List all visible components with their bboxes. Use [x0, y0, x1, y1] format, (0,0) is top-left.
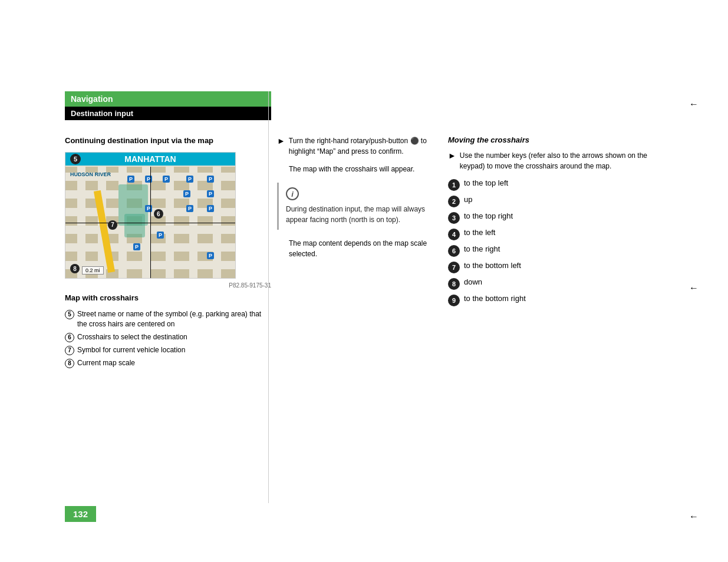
moving-bullet-arrow: ►	[448, 151, 456, 160]
right-column: Moving the crosshairs ► Use the number k…	[448, 135, 648, 310]
info-icon: i	[286, 187, 299, 200]
dir-item-7: 7 to the bottom left	[448, 261, 648, 273]
p-marker9: P	[186, 205, 193, 212]
street-grid: P P P P P P P P P P P P P	[65, 167, 235, 278]
map-ref: P82.85-9175-31	[65, 282, 271, 289]
info-box: i During destination input, the map will…	[277, 183, 442, 230]
list-num-8: 8	[65, 359, 74, 368]
p-marker12: P	[133, 243, 140, 250]
map-hudson: HUDSON RIVER	[70, 171, 111, 177]
dir-item-8: 8 down	[448, 277, 648, 290]
map-title-text: MANHATTAN	[124, 154, 176, 164]
list-item-7: 7 Symbol for current vehicle location	[65, 345, 271, 355]
dir-text-4: to the left	[464, 228, 495, 237]
list-text-8: Current map scale	[77, 358, 135, 368]
list-num-5: 5	[65, 310, 74, 319]
dir-item-3: 3 to the top right	[448, 211, 648, 224]
dir-num-2: 2	[448, 196, 460, 207]
p-marker5: P	[207, 176, 214, 183]
dest-title: Destination input	[71, 109, 133, 118]
p-marker13: P	[207, 252, 214, 259]
dir-num-4: 4	[448, 229, 460, 240]
dir-text-3: to the top right	[464, 211, 513, 220]
bullet-text-1: Turn the right-hand rotary/push-button ⚫…	[289, 135, 442, 157]
p-marker8: P	[145, 205, 152, 212]
arrow-mark-1: ←	[689, 99, 699, 110]
map-label-5: 5	[70, 154, 81, 164]
dir-num-1: 1	[448, 179, 460, 191]
p-marker1: P	[127, 176, 134, 183]
p-marker3: P	[163, 176, 170, 183]
dir-item-1: 1 to the top left	[448, 178, 648, 191]
p-marker11: P	[157, 232, 164, 239]
label-6: 6	[154, 209, 163, 219]
p-marker7: P	[207, 190, 214, 197]
bullet-arrow-1: ►	[277, 136, 285, 146]
dir-item-9: 9 to the bottom right	[448, 294, 648, 306]
arrow-mark-3: ←	[689, 511, 699, 522]
dir-num-7: 7	[448, 262, 460, 273]
dir-num-8: 8	[448, 278, 460, 290]
map-title-bar: 5 MANHATTAN	[65, 153, 235, 166]
page-container: Navigation Destination input Continuing …	[0, 0, 728, 562]
p-marker2: P	[145, 176, 152, 183]
list-item-5: 5 Street name or name of the symbol (e.g…	[65, 309, 271, 329]
list-num-6: 6	[65, 333, 74, 342]
bullet-item-1: ► Turn the right-hand rotary/push-button…	[277, 135, 442, 157]
nav-bar: Navigation	[65, 91, 271, 107]
list-text-5: Street name or name of the symbol (e.g. …	[77, 309, 271, 329]
moving-title: Moving the crosshairs	[448, 135, 648, 144]
dir-item-6: 6 to the right	[448, 244, 648, 257]
dir-text-6: to the right	[464, 244, 500, 253]
dir-num-3: 3	[448, 212, 460, 224]
p-marker4: P	[186, 176, 193, 183]
crosshair-v	[150, 167, 151, 278]
page-number: 132	[73, 509, 88, 519]
para-2: The map content depends on the map scale…	[289, 238, 442, 259]
moving-intro-text: Use the number keys (refer also to the a…	[460, 150, 648, 171]
direction-list: 1 to the top left 2 up 3 to the top righ…	[448, 178, 648, 306]
dir-text-8: down	[464, 277, 482, 286]
page-number-box: 132	[65, 506, 96, 522]
p-marker6: P	[183, 190, 190, 197]
map-caption: Map with crosshairs	[65, 293, 271, 302]
list-text-7: Symbol for current vehicle location	[77, 345, 185, 355]
dir-item-2: 2 up	[448, 195, 648, 207]
section-title: Continuing destination input via the map	[65, 135, 271, 146]
dir-num-6: 6	[448, 245, 460, 257]
dir-text-1: to the top left	[464, 178, 508, 187]
label-7: 7	[108, 220, 117, 230]
moving-intro-item: ► Use the number keys (refer also to the…	[448, 150, 648, 171]
map-scale: 0.2 mi	[82, 266, 104, 275]
list-num-7: 7	[65, 346, 74, 355]
header-section: Navigation Destination input	[65, 91, 271, 132]
list-item-8: 8 Current map scale	[65, 358, 271, 368]
dest-bar: Destination input	[65, 107, 271, 120]
para-1: The map with the crosshairs will appear.	[289, 164, 442, 174]
middle-column: ► Turn the right-hand rotary/push-button…	[277, 135, 442, 259]
p-marker10: P	[207, 205, 214, 212]
list-text-6: Crosshairs to select the destination	[77, 332, 187, 342]
dir-num-9: 9	[448, 295, 460, 306]
dir-text-7: to the bottom left	[464, 261, 521, 270]
left-column: Continuing destination input via the map…	[65, 135, 271, 371]
green-area2	[124, 214, 145, 237]
nav-title: Navigation	[71, 94, 113, 104]
arrow-mark-2: ←	[689, 283, 699, 293]
dir-text-2: up	[464, 195, 472, 204]
dir-item-4: 4 to the left	[448, 228, 648, 240]
list-item-6: 6 Crosshairs to select the destination	[65, 332, 271, 342]
map-bg: 5 MANHATTAN	[65, 153, 235, 278]
item-list: 5 Street name or name of the symbol (e.g…	[65, 309, 271, 368]
dir-text-9: to the bottom right	[464, 294, 526, 303]
info-text: During destination input, the map will a…	[286, 204, 435, 225]
map-container: 5 MANHATTAN	[65, 152, 236, 279]
